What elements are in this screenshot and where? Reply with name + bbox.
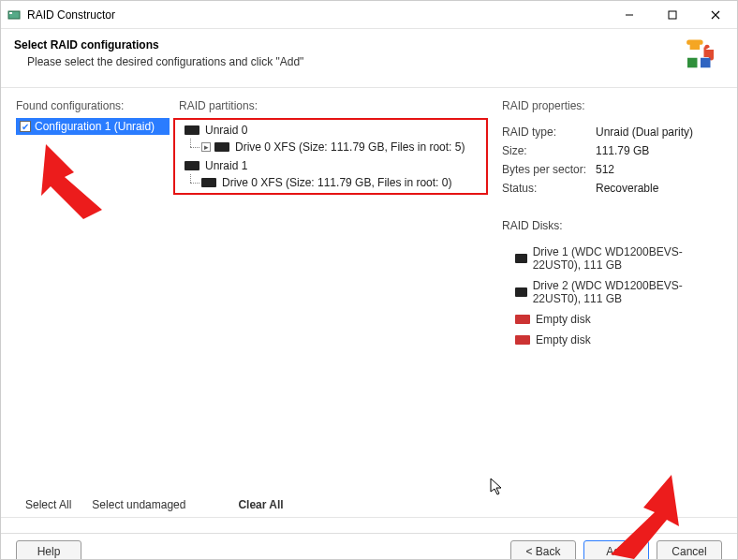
tree-node-drive-u0[interactable]: ▸ Drive 0 XFS (Size: 111.79 GB, Files in… (184, 139, 483, 155)
properties-label: RAID properties: (502, 99, 722, 112)
maximize-button[interactable] (651, 1, 694, 28)
page-title: Select RAID configurations (14, 38, 681, 52)
found-configs-list[interactable]: ✔ Configuration 1 (Unraid) (16, 118, 170, 493)
close-button[interactable] (694, 1, 737, 28)
empty-disk-icon (515, 315, 530, 324)
disk-icon (515, 287, 527, 297)
prop-bytes-per-sector: Bytes per sector:512 (502, 163, 722, 176)
partitions-label: RAID partitions: (179, 99, 483, 112)
puzzle-icon (681, 37, 720, 76)
disks-label: RAID Disks: (502, 219, 722, 232)
empty-disk-icon (515, 335, 530, 345)
app-icon (7, 7, 22, 22)
cancel-button[interactable]: Cancel (657, 540, 722, 560)
select-all-link[interactable]: Select All (25, 498, 71, 511)
disk-icon (515, 254, 527, 263)
window-title: RAID Constructor (27, 8, 608, 22)
found-configs-label: Found configurations: (16, 99, 170, 112)
disk-icon (184, 161, 199, 170)
wizard-footer: Help < Back Add Cancel (1, 533, 737, 559)
expand-icon[interactable]: ▸ (201, 142, 211, 152)
config-label: Configuration 1 (Unraid) (35, 120, 155, 133)
found-config-item[interactable]: ✔ Configuration 1 (Unraid) (16, 118, 170, 135)
disk-entry-empty: Empty disk (515, 313, 722, 326)
tree-node-unraid0[interactable]: Unraid 0 (184, 122, 483, 139)
svg-rect-1 (9, 12, 12, 14)
disk-entry-empty: Empty disk (515, 333, 722, 346)
tree-node-unraid1[interactable]: Unraid 1 (184, 157, 483, 174)
help-button[interactable]: Help (16, 540, 81, 560)
cursor-icon (490, 478, 505, 499)
prop-size: Size:111.79 GB (502, 144, 722, 157)
wizard-header: Select RAID configurations Please select… (1, 29, 737, 87)
clear-all-link[interactable]: Clear All (238, 498, 283, 511)
disk-entry: Drive 2 (WDC WD1200BEVS-22UST0), 111 GB (515, 279, 722, 305)
partitions-tree[interactable]: Unraid 0 ▸ Drive 0 XFS (Size: 111.79 GB,… (179, 118, 483, 493)
prop-status: Status:Recoverable (502, 182, 722, 195)
selection-links: Select All Select undamaged Clear All (1, 493, 737, 517)
tree-node-drive-u1[interactable]: Drive 0 XFS (Size: 111.79 GB, Files in r… (184, 174, 483, 191)
prop-raid-type: RAID type:Unraid (Dual parity) (502, 125, 722, 139)
svg-rect-3 (669, 11, 676, 19)
back-button[interactable]: < Back (510, 540, 576, 560)
disk-icon (184, 125, 199, 135)
disk-entry: Drive 1 (WDC WD1200BEVS-22UST0), 111 GB (515, 245, 722, 272)
add-button[interactable]: Add (583, 540, 649, 560)
config-checkbox[interactable]: ✔ (20, 121, 31, 132)
minimize-button[interactable] (608, 1, 651, 28)
disk-icon (214, 142, 229, 152)
title-bar: RAID Constructor (1, 1, 737, 29)
select-undamaged-link[interactable]: Select undamaged (92, 498, 185, 511)
disk-icon (201, 178, 216, 187)
page-subtitle: Please select the desired configurations… (14, 55, 681, 68)
